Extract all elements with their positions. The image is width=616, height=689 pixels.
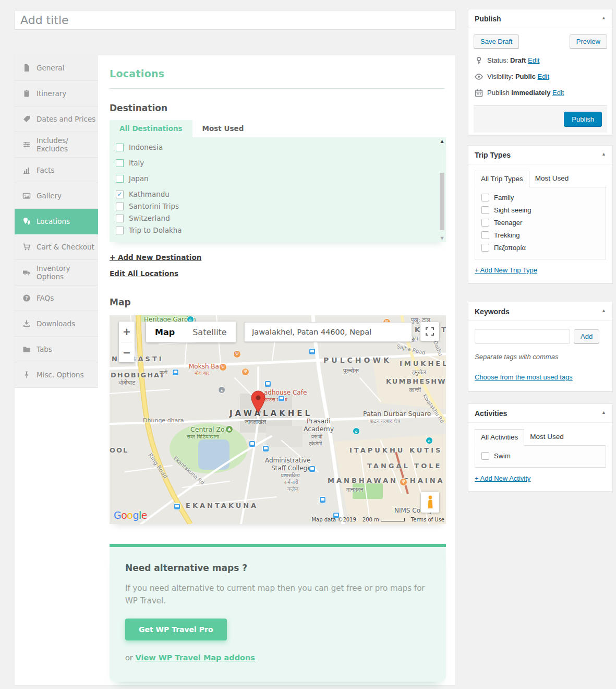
- google-map[interactable]: Heritage Gardenपुखु: टालKUTकुपNTIBASTIPU…: [110, 315, 446, 524]
- checkbox-icon[interactable]: [481, 206, 489, 214]
- destination-row-indonesia[interactable]: Indonesia: [116, 143, 446, 151]
- destination-row-switzerland[interactable]: Switzerland: [116, 214, 446, 222]
- sidebar-item-dates-and-prices[interactable]: Dates and Prices: [15, 106, 98, 132]
- tab-most-used-trip-types[interactable]: Most Used: [529, 171, 575, 187]
- destination-label: Switzerland: [129, 214, 170, 222]
- sidebar-item-downloads[interactable]: Downloads: [15, 311, 98, 337]
- tab-most-used-destinations[interactable]: Most Used: [192, 120, 254, 137]
- edit-status-link[interactable]: Edit: [528, 56, 539, 64]
- checkbox-icon[interactable]: [481, 219, 489, 227]
- checkbox-icon[interactable]: [116, 159, 124, 167]
- destination-row-japan[interactable]: Japan: [116, 174, 446, 183]
- divider: [110, 88, 445, 89]
- tab-all-destinations[interactable]: All Destinations: [110, 120, 192, 137]
- transit-icon: [309, 466, 316, 472]
- scroll-down-icon[interactable]: [439, 236, 445, 241]
- view-map-addons-link[interactable]: View WP Travel Map addons: [135, 654, 255, 662]
- destination-row-santorini-trips[interactable]: Santorini Trips: [116, 202, 446, 210]
- scrollbar[interactable]: [439, 138, 445, 241]
- tab-most-used-activities[interactable]: Most Used: [524, 429, 570, 445]
- get-wp-travel-pro-button[interactable]: Get WP Travel Pro: [125, 619, 227, 640]
- visibility-row: Visibility: Public Edit: [475, 73, 606, 81]
- trip-types-panel-header[interactable]: Trip Types: [468, 146, 612, 164]
- calendar-icon: [475, 89, 483, 97]
- add-new-trip-type-link[interactable]: + Add New Trip Type: [475, 266, 537, 274]
- map-marker-pin[interactable]: [250, 390, 266, 413]
- scrollbar-thumb[interactable]: [440, 173, 444, 230]
- sidebar-item-gallery[interactable]: Gallery: [15, 183, 98, 209]
- add-keyword-button[interactable]: Add: [574, 329, 599, 343]
- trip-type-row-sight-seeing[interactable]: Sight seeing: [481, 206, 606, 214]
- pin-icon: [22, 371, 31, 379]
- checkbox-icon[interactable]: [481, 194, 489, 201]
- checkbox-icon[interactable]: [481, 231, 489, 239]
- keywords-input[interactable]: [475, 329, 570, 344]
- trip-type-row-trekking[interactable]: Trekking: [481, 231, 606, 239]
- checkbox-icon[interactable]: [481, 244, 489, 252]
- collapse-icon[interactable]: [601, 410, 606, 415]
- google-logo[interactable]: Google: [114, 509, 147, 521]
- activities-panel-header[interactable]: Activities: [468, 404, 612, 423]
- sidebar-item-locations[interactable]: Locations: [15, 209, 98, 234]
- collapse-icon[interactable]: [601, 15, 606, 20]
- destination-label: Italy: [129, 159, 144, 167]
- edit-visibility-link[interactable]: Edit: [538, 73, 549, 80]
- destination-row-trip-to-dolakha[interactable]: Trip to Dolakha: [116, 226, 446, 234]
- schedule-row: Publish immediately Edit: [475, 89, 606, 97]
- sidebar-item-facts[interactable]: Facts: [15, 158, 98, 183]
- sidebar-item-cart-checkout[interactable]: Cart & Checkout: [15, 234, 98, 260]
- sidebar-item-faqs[interactable]: ?FAQs: [15, 286, 98, 311]
- sidebar-item-label: Misc. Options: [37, 371, 84, 379]
- post-status-row: Status: Draft Edit: [475, 56, 606, 65]
- satellite-view-button[interactable]: Satellite: [184, 322, 236, 342]
- collapse-icon[interactable]: [601, 151, 606, 157]
- destination-row-kathmandu[interactable]: Kathmandu: [116, 190, 446, 198]
- zoom-out-button[interactable]: −: [119, 342, 135, 363]
- collapse-icon[interactable]: [601, 308, 606, 313]
- destination-links: + Add New Destination Edit All Locations: [110, 253, 445, 278]
- cart-icon: [22, 243, 31, 251]
- tab-all-activities[interactable]: All Activities: [475, 429, 524, 446]
- fullscreen-button[interactable]: [420, 322, 439, 341]
- publish-button[interactable]: Publish: [564, 112, 602, 127]
- sidebar-item-inventory-options[interactable]: Inventory Options: [15, 260, 98, 286]
- checkbox-icon[interactable]: [116, 144, 124, 151]
- save-draft-button[interactable]: Save Draft: [474, 34, 519, 49]
- edit-all-locations-link[interactable]: Edit All Locations: [110, 269, 178, 278]
- edit-schedule-link[interactable]: Edit: [552, 89, 564, 97]
- map-view-button[interactable]: Map: [146, 322, 184, 342]
- map-search-input[interactable]: [244, 322, 412, 342]
- zoom-in-button[interactable]: +: [119, 322, 135, 342]
- add-new-activity-link[interactable]: + Add New Activity: [475, 474, 530, 482]
- publish-panel-header[interactable]: Publish: [468, 9, 612, 28]
- sidebar-item-itinerary[interactable]: Itinerary: [15, 81, 98, 106]
- checkbox-icon[interactable]: [116, 191, 124, 198]
- keywords-panel-header[interactable]: Keywords: [468, 302, 612, 321]
- terms-of-use-link[interactable]: Terms of Use: [411, 517, 444, 522]
- activities-tabs: All Activities Most Used: [475, 429, 606, 445]
- trip-type-row-teenager[interactable]: Teenager: [481, 219, 606, 227]
- scroll-up-icon[interactable]: [439, 139, 445, 144]
- checkbox-icon[interactable]: [116, 215, 124, 222]
- sidebar-item-includes-excludes[interactable]: Includes/ Excludes: [15, 132, 98, 158]
- destination-row-italy[interactable]: Italy: [116, 159, 446, 167]
- sidebar-item-misc-options[interactable]: Misc. Options: [15, 362, 98, 388]
- checkbox-icon[interactable]: [481, 452, 489, 460]
- checkbox-icon[interactable]: [116, 203, 124, 210]
- choose-most-used-tags-link[interactable]: Choose from the most used tags: [475, 373, 573, 381]
- sidebar-item-tabs[interactable]: Tabs: [15, 337, 98, 362]
- post-title-input[interactable]: [15, 10, 455, 30]
- cafe-icon: [241, 368, 249, 376]
- add-new-destination-link[interactable]: + Add New Destination: [110, 253, 201, 262]
- preview-button[interactable]: Preview: [570, 34, 607, 49]
- tab-all-trip-types[interactable]: All Trip Types: [475, 171, 529, 187]
- checkbox-icon[interactable]: [116, 227, 124, 234]
- trip-type-row-family[interactable]: Family: [481, 194, 606, 201]
- eye-icon: [475, 73, 483, 81]
- map-heading: Map: [110, 297, 445, 307]
- pegman-control[interactable]: [421, 492, 439, 513]
- trip-type-row-[interactable]: Πεζοπορία: [481, 244, 606, 252]
- activity-row-swim[interactable]: Swim: [481, 452, 606, 460]
- sidebar-item-general[interactable]: General: [15, 55, 98, 81]
- checkbox-icon[interactable]: [116, 175, 124, 183]
